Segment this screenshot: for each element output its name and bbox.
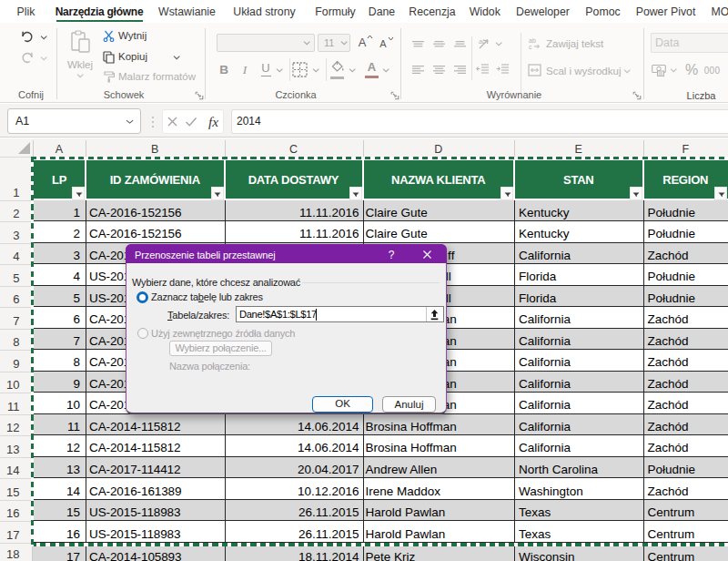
- svg-text:ab: ab: [479, 38, 486, 45]
- svg-text:c: c: [529, 44, 532, 50]
